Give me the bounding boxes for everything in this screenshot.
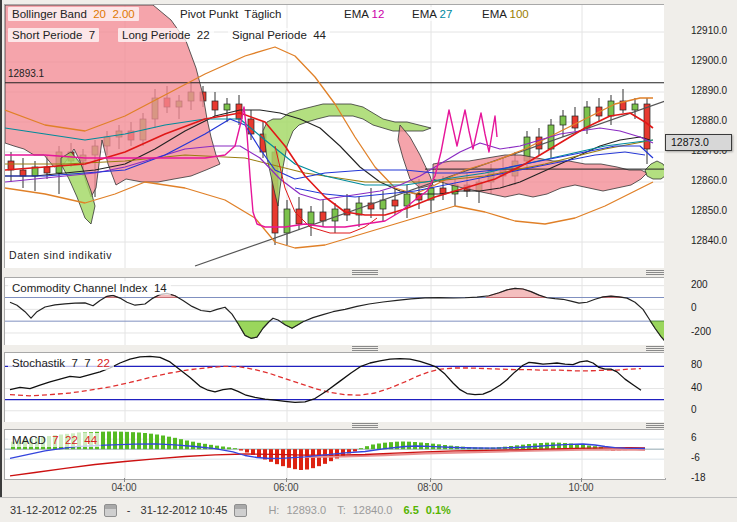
change-value: 6.5	[403, 504, 418, 516]
drag-grip-icon[interactable]	[352, 270, 378, 276]
stoch-signal-param: 22	[97, 357, 110, 369]
calendar-icon[interactable]	[104, 504, 117, 517]
main-price-chart[interactable]	[4, 4, 666, 270]
ema-value: 100	[510, 8, 529, 20]
legend-ema-12[interactable]: EMA 12	[340, 7, 388, 21]
range-start-datetime[interactable]: 31-12-2012 02:25	[10, 504, 97, 516]
axis-label: 12900.0	[691, 55, 727, 66]
time-label: 06:00	[264, 482, 308, 493]
axis-label: 0	[691, 404, 697, 415]
legend-ema-100[interactable]: EMA 100	[478, 7, 533, 21]
status-bar: 31-12-2012 02:25 - 31-12-2012 10:45 H: 1…	[0, 497, 737, 522]
ema-label: EMA	[344, 8, 368, 20]
cci-title[interactable]: Commodity Channel Index 14	[8, 281, 171, 295]
time-label: 08:00	[408, 482, 452, 493]
ema-value: 12	[372, 8, 385, 20]
ema-label: EMA	[482, 8, 506, 20]
axis-label: -200	[691, 326, 711, 337]
axis-label: 40	[691, 382, 702, 393]
axis-label: 12850.0	[691, 205, 727, 216]
signal-period-value: 44	[313, 29, 326, 41]
indicative-data-note: Daten sind indikativ	[9, 249, 112, 261]
stoch-title-label: Stochastik	[12, 357, 65, 369]
axis-label: 12860.0	[691, 175, 727, 186]
bollinger-label: Bollinger Band	[12, 8, 87, 20]
macd-title-label: MACD	[12, 434, 46, 446]
price-axis[interactable]: 12910.012900.012890.012880.012870.012860…	[664, 0, 737, 478]
axis-label: 12910.0	[691, 25, 727, 36]
trading-chart-window: Bollinger Band 20 2.00 Pivot Punkt Tägli…	[0, 0, 737, 522]
low-value: 12840.0	[353, 504, 393, 516]
macd-title[interactable]: MACD 7 22 44	[8, 433, 101, 447]
drag-grip-icon[interactable]	[352, 346, 378, 352]
axis-label: 12880.0	[691, 115, 727, 126]
window-left-border	[0, 0, 2, 497]
high-value: 12893.0	[286, 504, 326, 516]
long-period-label: Long Periode	[122, 29, 190, 41]
pivot-label: Pivot Punkt Täglich	[180, 8, 281, 20]
panel-divider[interactable]	[4, 345, 664, 352]
axis-label: 200	[691, 279, 708, 290]
stoch-params: 7 7	[71, 357, 90, 369]
axis-label: -18	[691, 472, 705, 483]
axis-label: 6	[691, 432, 697, 443]
short-period-label: Short Periode	[12, 29, 82, 41]
stochastic-title[interactable]: Stochastik 7 7 22	[8, 356, 114, 370]
low-label: T:	[337, 504, 346, 516]
bollinger-values: 20 2.00	[93, 8, 135, 20]
axis-label: 80	[691, 359, 702, 370]
legend-short-period[interactable]: Short Periode 7	[8, 28, 99, 42]
range-end-datetime[interactable]: 31-12-2012 10:45	[141, 504, 228, 516]
axis-label: 12890.0	[691, 85, 727, 96]
cci-param: 14	[154, 282, 167, 294]
short-period-value: 7	[89, 29, 95, 41]
current-price-tag: 12873.0	[665, 134, 732, 151]
axis-label: 0	[691, 302, 697, 313]
legend-signal-period[interactable]: Signal Periode 44	[228, 28, 330, 42]
cci-title-label: Commodity Channel Index	[12, 282, 148, 294]
legend-ema-27[interactable]: EMA 27	[408, 7, 456, 21]
legend-bollinger[interactable]: Bollinger Band 20 2.00	[8, 7, 139, 21]
axis-label: 12840.0	[691, 235, 727, 246]
pivot-price-label: 12893.1	[8, 68, 44, 79]
axis-label: -6	[691, 452, 700, 463]
long-period-value: 22	[197, 29, 210, 41]
time-label: 10:00	[559, 482, 603, 493]
ema-label: EMA	[412, 8, 436, 20]
drag-grip-icon[interactable]	[352, 423, 378, 429]
legend-pivot[interactable]: Pivot Punkt Täglich	[176, 7, 285, 21]
signal-period-label: Signal Periode	[232, 29, 307, 41]
change-percent: 0.1%	[426, 504, 451, 516]
legend-long-period[interactable]: Long Periode 22	[118, 28, 214, 42]
calendar-icon[interactable]	[234, 504, 247, 517]
range-separator: -	[127, 504, 131, 516]
time-label: 04:00	[102, 482, 146, 493]
macd-indicator-panel[interactable]	[4, 429, 666, 480]
panel-divider[interactable]	[4, 422, 664, 429]
panel-divider[interactable]	[4, 268, 664, 277]
high-label: H:	[268, 504, 279, 516]
time-axis[interactable]: 04:00 06:00 08:00 10:00	[4, 478, 664, 497]
macd-params: 7 22 44	[52, 434, 97, 446]
ema-value: 27	[440, 8, 453, 20]
